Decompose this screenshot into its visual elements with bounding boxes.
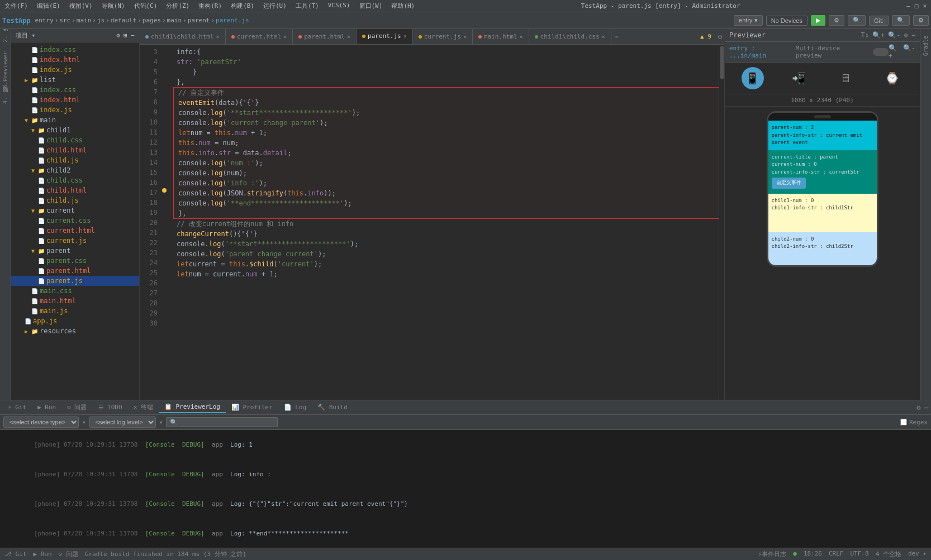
tree-item-main-folder[interactable]: ▼ 📁 main: [11, 115, 139, 125]
tree-item-parent-html[interactable]: 📄 parent.html: [11, 266, 139, 276]
run-btn[interactable]: ▶: [811, 15, 825, 26]
log-level-select[interactable]: <select log level>: [89, 417, 156, 428]
tree-item-child1-js[interactable]: 📄 child.js: [11, 155, 139, 165]
git-btn[interactable]: Git:: [869, 16, 889, 26]
status-branch[interactable]: dev ▾: [908, 550, 927, 558]
maximize-btn[interactable]: □: [915, 2, 919, 9]
tree-item-main-js[interactable]: 📄 main.js: [11, 306, 139, 316]
tab-git[interactable]: ⚡ Git: [2, 402, 32, 413]
status-question[interactable]: ⊙ 问题: [59, 550, 78, 558]
tree-item-index-css-1[interactable]: 📄 index.css: [11, 45, 139, 55]
tab-close-4[interactable]: ✕: [463, 33, 467, 40]
tab-run[interactable]: ▶ Run: [32, 402, 61, 413]
menu-help[interactable]: 帮助(H): [391, 2, 415, 10]
menu-refactor[interactable]: 重构(R): [198, 2, 222, 10]
menu-window[interactable]: 窗口(W): [359, 2, 383, 10]
tree-item-main-css[interactable]: 📄 main.css: [11, 286, 139, 296]
bottom-panel-minimize-btn[interactable]: −: [924, 403, 929, 412]
tree-item-list-js[interactable]: 📄 index.js: [11, 105, 139, 115]
breadcrumb-js[interactable]: js: [97, 17, 104, 24]
menu-vcs[interactable]: VCS(S): [328, 2, 350, 10]
tab-close-3[interactable]: ✕: [403, 33, 407, 39]
tree-item-list-html[interactable]: 📄 index.html: [11, 95, 139, 105]
status-charset[interactable]: UTF-8: [851, 550, 869, 558]
tree-item-parent-css[interactable]: 📄 parent.css: [11, 256, 139, 266]
previewer-zoom-in-btn[interactable]: 🔍+: [872, 31, 885, 39]
tab-previewer-log[interactable]: 📋 PreviewerLog: [159, 401, 226, 413]
multi-device-switch[interactable]: [873, 48, 889, 56]
breadcrumb-default[interactable]: default: [111, 17, 136, 24]
left-vtab-1[interactable]: 2.缩进: [1, 33, 11, 45]
tree-item-parent-js[interactable]: 📄 parent.js: [11, 276, 139, 286]
scrollbar-track[interactable]: [719, 45, 724, 400]
right-vtab-gradle[interactable]: Gradle: [922, 33, 930, 58]
desktop-icon[interactable]: 🖥: [834, 67, 857, 89]
tab-close-2[interactable]: ✕: [347, 33, 350, 40]
tree-item-current-css[interactable]: 📄 current.css: [11, 216, 139, 226]
tab-build[interactable]: 🔨 Build: [312, 402, 353, 413]
search-btn[interactable]: 🔍: [892, 15, 910, 26]
device-type-select[interactable]: <select device type>: [3, 417, 79, 428]
tab-problems[interactable]: ⊙ 问题: [61, 401, 92, 413]
tree-item-current-folder[interactable]: ▼ 📁 current: [11, 205, 139, 216]
tab-more-btn[interactable]: ⋯: [611, 31, 622, 43]
left-vtab-2[interactable]: 3.Previewer: [1, 49, 10, 90]
tab-close-5[interactable]: ✕: [520, 33, 523, 40]
tablet-icon[interactable]: 📲: [788, 67, 810, 89]
status-crlf[interactable]: CRLF: [829, 550, 844, 558]
breadcrumb-pages[interactable]: pages: [142, 17, 161, 24]
tree-item-list-folder[interactable]: ▶ 📁 list: [11, 75, 139, 85]
menu-build[interactable]: 构建(B): [231, 2, 254, 10]
left-vtab-3[interactable]: 4.缩影: [1, 95, 11, 106]
tree-item-index-html-1[interactable]: 📄 index.html: [11, 55, 139, 65]
menu-view[interactable]: 视图(V): [69, 2, 93, 10]
breadcrumb-parent[interactable]: parent: [188, 17, 210, 24]
status-event-log[interactable]: ⚡事件日志: [758, 550, 787, 558]
breadcrumb-file[interactable]: parent.js: [216, 17, 249, 24]
status-run[interactable]: ▶ Run: [34, 551, 52, 558]
tree-item-resources[interactable]: ▶ 📁 resources: [11, 326, 139, 336]
phone-custom-event-btn[interactable]: 自定义事件: [772, 178, 806, 189]
tree-item-child1-folder[interactable]: ▼ 📁 child1: [11, 125, 139, 135]
editor-tab-current-html[interactable]: current.html ✕: [226, 29, 293, 45]
breadcrumb-main[interactable]: main: [77, 17, 92, 24]
phone-icon[interactable]: 📱: [742, 67, 764, 89]
tab-close-1[interactable]: ✕: [283, 33, 287, 40]
tree-item-index-js-1[interactable]: 📄 index.js: [11, 65, 139, 75]
breadcrumb-src[interactable]: src: [59, 17, 70, 24]
editor-tab-main-html[interactable]: main.html ✕: [473, 29, 529, 45]
no-devices-btn[interactable]: No Devices: [766, 16, 808, 26]
tree-item-child2-folder[interactable]: ▼ 📁 child2: [11, 165, 139, 175]
tab-log[interactable]: 📄 Log: [278, 402, 312, 413]
code-editor[interactable]: 3 4 5 6 7 8 9 10 11 12 13 14 15 16 17 18: [140, 45, 724, 400]
tab-terminal[interactable]: ✕ 终端: [128, 401, 159, 413]
project-label[interactable]: 项目 ▾: [16, 31, 35, 40]
menu-bar[interactable]: 文件(F) 编辑(E) 视图(V) 导航(N) 代码(C) 分析(Z) 重构(R…: [4, 2, 415, 10]
status-indent[interactable]: 4 个空格: [876, 550, 901, 558]
tree-item-current-js[interactable]: 📄 current.js: [11, 236, 139, 246]
entry-dropdown-btn[interactable]: entry ▾: [734, 15, 763, 26]
tree-item-list-css[interactable]: 📄 index.css: [11, 85, 139, 95]
editor-tab-parent-js[interactable]: parent.js ✕: [357, 29, 413, 45]
previewer-zoom-out-btn[interactable]: 🔍-: [888, 31, 900, 39]
log-search-input[interactable]: [166, 417, 278, 427]
menu-edit[interactable]: 编辑(E): [37, 2, 60, 10]
minimize-btn[interactable]: —: [906, 2, 910, 9]
tab-close-6[interactable]: ✕: [602, 33, 605, 40]
menu-analyze[interactable]: 分析(Z): [166, 2, 189, 10]
menu-code[interactable]: 代码(C): [134, 2, 158, 10]
editor-settings-btn[interactable]: ⚙: [716, 33, 724, 41]
tree-item-appjs[interactable]: 📄 app.js: [11, 316, 139, 326]
previewer-settings-btn[interactable]: ⚙: [904, 31, 908, 39]
debug-btn[interactable]: ⚙: [829, 15, 844, 26]
scrollbar-thumb[interactable]: [720, 46, 724, 79]
editor-tab-child1-child-css[interactable]: child1\child.css ✕: [529, 29, 611, 45]
log-content[interactable]: [phone] 07/28 10:29:31 13708 [Console DE…: [0, 430, 931, 548]
zoom-in-icon[interactable]: 🔍+: [889, 44, 901, 60]
settings-btn[interactable]: ⚙: [913, 15, 929, 26]
regex-checkbox[interactable]: [900, 419, 907, 425]
tree-item-main-html[interactable]: 📄 main.html: [11, 296, 139, 306]
previewer-close-btn[interactable]: −: [911, 31, 915, 39]
tree-item-child2-css[interactable]: 📄 child.css: [11, 175, 139, 185]
menu-tools[interactable]: 工具(T): [296, 2, 319, 10]
